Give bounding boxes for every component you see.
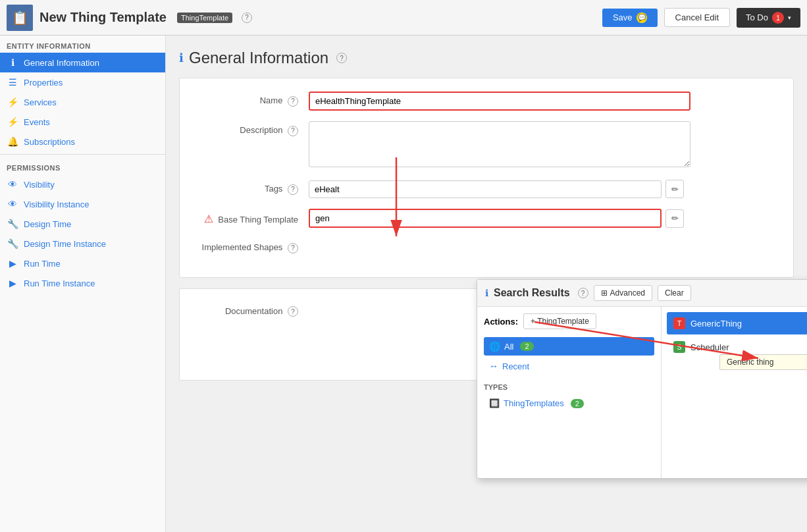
add-template-button[interactable]: + ThingTemplate [523,313,596,329]
search-results-advanced-button[interactable]: ⊞ Advanced [594,285,652,301]
sidebar-item-general-information[interactable]: ℹ General Information [0,53,165,72]
chat-icon: 💬 [637,13,647,23]
todo-button[interactable]: To Do 1 ▾ [737,8,800,28]
sidebar-item-run-time[interactable]: ▶ Run Time [0,253,165,273]
design-time-instance-icon: 🔧 [7,238,18,250]
search-results-clear-button[interactable]: Clear [658,285,691,301]
sidebar: ENTITY INFORMATION ℹ General Information… [0,36,166,532]
types-label: TYPES [484,383,654,391]
content-area: ℹ General Information ? Name ? Descripti… [166,36,807,532]
app-icon: 📋 [7,5,33,31]
save-button[interactable]: Save 💬 [602,9,658,27]
info-icon: ℹ [7,57,18,68]
base-thing-template-row: ⚠ Base Thing Template ✏ [193,209,780,228]
search-results-help-icon[interactable]: ? [578,288,588,298]
entity-section-title: ENTITY INFORMATION [0,36,165,53]
generic-thing-tooltip: Generic thing [719,354,807,370]
cancel-edit-button[interactable]: Cancel Edit [664,8,730,27]
todo-count-badge: 1 [772,12,784,24]
name-row: Name ? [193,92,780,111]
visibility-icon: 👁 [7,178,18,190]
name-label: Name ? [193,92,298,107]
sidebar-item-label: Design Time Instance [24,239,106,249]
tags-help-icon[interactable]: ? [288,184,298,195]
filter-recent-label: Recent [502,361,529,371]
search-results-header: ℹ Search Results ? ⊞ Advanced Clear ✕ [477,280,807,307]
sidebar-item-label: General Information [24,58,99,68]
recent-filter-icon: ↔ [489,361,498,371]
filter-recent[interactable]: ↔ Recent [484,357,654,375]
search-left-panel: Actions: + ThingTemplate 🌐 All 2 ↔ Recen… [477,307,662,478]
visibility-instance-icon: 👁 [7,198,18,210]
description-label: Description ? [193,121,298,136]
base-thing-template-edit-button[interactable]: ✏ [665,209,684,228]
sidebar-item-label: Design Time [24,219,71,229]
heading-help-icon[interactable]: ? [336,53,347,63]
heading-info-icon: ℹ [179,51,184,65]
tags-field: ✏ [309,180,780,198]
permissions-section-title: PERMISSIONS [0,157,165,174]
sidebar-item-events[interactable]: ⚡ Events [0,112,165,132]
sidebar-item-label: Visibility [24,180,55,190]
sidebar-item-run-time-instance[interactable]: ▶ Run Time Instance [0,273,165,293]
chevron-down-icon: ▾ [788,14,791,21]
sidebar-item-label: Subscriptions [24,137,75,147]
thing-templates-badge: 2 [571,399,584,408]
todo-label: To Do [746,13,768,22]
grid-icon: ⊞ [601,288,608,298]
thing-templates-icon: 🔲 [489,398,500,408]
sidebar-item-subscriptions[interactable]: 🔔 Subscriptions [0,132,165,151]
generic-thing-icon: T [673,317,685,329]
sidebar-item-properties[interactable]: ☰ Properties [0,72,165,92]
base-thing-template-input[interactable] [309,209,662,228]
tags-edit-button[interactable]: ✏ [665,180,684,198]
events-icon: ⚡ [7,116,18,128]
result-item-generic-thing[interactable]: T GenericThing ⓘ [667,312,807,334]
sidebar-divider [0,154,165,155]
sidebar-item-visibility-instance[interactable]: 👁 Visibility Instance [0,194,165,214]
type-thing-templates[interactable]: 🔲 ThingTemplates 2 [484,395,654,412]
description-row: Description ? [193,121,780,169]
search-results-title: Search Results [494,287,570,299]
description-input[interactable] [309,121,690,167]
actions-row: Actions: + ThingTemplate [484,313,654,329]
sidebar-item-design-time[interactable]: 🔧 Design Time [0,214,165,234]
sidebar-item-label: Properties [24,78,63,88]
sidebar-item-services[interactable]: ⚡ Services [0,92,165,112]
name-help-icon[interactable]: ? [288,96,298,107]
implemented-shapes-row: Implemented Shapes ? [193,238,780,253]
tags-row: Tags ? ✏ [193,180,780,198]
thing-template-badge: ThingTemplate [177,13,232,23]
filter-all-badge: 2 [520,342,533,351]
result-item-scheduler[interactable]: S Scheduler Generic thing ⓘ [667,336,807,358]
sidebar-item-label: Services [24,97,57,107]
documentation-label: Documentation ? [193,302,298,317]
page-heading-title: General Information [189,49,328,67]
description-field [309,121,780,169]
sidebar-item-label: Run Time [24,259,61,269]
search-results-body: Actions: + ThingTemplate 🌐 All 2 ↔ Recen… [477,307,807,478]
properties-icon: ☰ [7,76,18,88]
description-help-icon[interactable]: ? [288,126,298,136]
help-icon[interactable]: ? [242,13,252,23]
sidebar-item-label: Events [24,117,50,127]
name-input[interactable] [309,92,690,111]
filter-all[interactable]: 🌐 All 2 [484,337,654,356]
save-label: Save [613,13,633,22]
base-thing-template-label: ⚠ Base Thing Template [193,209,298,225]
sidebar-item-design-time-instance[interactable]: 🔧 Design Time Instance [0,234,165,253]
sidebar-item-label: Visibility Instance [24,200,89,209]
main-layout: ENTITY INFORMATION ℹ General Information… [0,36,807,532]
app-header: 📋 New Thing Template ThingTemplate ? Sav… [0,0,807,36]
thing-templates-label: ThingTemplates [504,398,564,408]
subscriptions-icon: 🔔 [7,136,18,147]
documentation-help-icon[interactable]: ? [288,306,298,317]
scheduler-name: Scheduler [690,342,729,352]
services-icon: ⚡ [7,96,18,108]
sidebar-item-visibility[interactable]: 👁 Visibility [0,174,165,194]
implemented-shapes-help-icon[interactable]: ? [288,243,298,253]
tags-input[interactable] [309,180,662,198]
implemented-shapes-label: Implemented Shapes ? [193,238,298,253]
page-heading: ℹ General Information ? [179,49,794,67]
scheduler-icon: S [673,341,685,353]
